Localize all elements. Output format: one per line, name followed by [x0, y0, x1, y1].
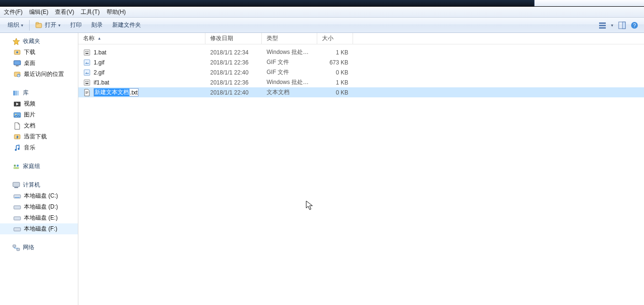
file-size: 1 KB: [317, 79, 353, 86]
txt-file-icon: [83, 89, 91, 96]
pictures-icon: [13, 111, 21, 119]
drive-icon: [13, 214, 21, 222]
file-type: GIF 文件: [262, 68, 317, 76]
file-name: 1.bat: [94, 49, 107, 56]
sidebar-group-favorites: 收藏夹 下载 桌面 最近访问的位置: [0, 36, 78, 80]
file-row[interactable]: 2.gif 2018/1/1 22:40 GIF 文件 0 KB: [78, 67, 644, 77]
music-icon: [13, 144, 21, 152]
file-row[interactable]: 1.bat 2018/1/1 22:34 Windows 批处理... 1 KB: [78, 47, 644, 57]
sidebar-head-homegroup[interactable]: 家庭组: [0, 161, 78, 172]
svg-rect-41: [84, 60, 90, 65]
open-button[interactable]: 打开▾: [31, 20, 65, 31]
sidebar-group-computer: 计算机 本地磁盘 (C:) 本地磁盘 (D:) 本地磁盘 (E:) 本地磁盘 (…: [0, 179, 78, 234]
sidebar-item-recent[interactable]: 最近访问的位置: [0, 69, 78, 80]
file-type: GIF 文件: [262, 58, 317, 66]
svg-rect-15: [13, 91, 15, 95]
sidebar-item-drive-d[interactable]: 本地磁盘 (D:): [0, 201, 78, 212]
file-size: 1 KB: [317, 49, 353, 56]
file-row[interactable]: 新建文本文档.txt 2018/1/1 22:40 文本文档 0 KB: [78, 87, 644, 97]
sidebar-item-downloads[interactable]: 下载: [0, 47, 78, 58]
sidebar-head-network[interactable]: 网络: [0, 242, 78, 253]
svg-rect-2: [599, 22, 606, 24]
sidebar-item-drive-e[interactable]: 本地磁盘 (E:): [0, 212, 78, 223]
column-size[interactable]: 大小: [317, 33, 353, 44]
sidebar: 收藏夹 下载 桌面 最近访问的位置 库 视频: [0, 33, 78, 305]
sidebar-head-computer[interactable]: 计算机: [0, 179, 78, 190]
svg-rect-34: [14, 228, 21, 231]
sidebar-item-drive-c[interactable]: 本地磁盘 (C:): [0, 190, 78, 201]
file-type: Windows 批处理...: [262, 78, 317, 86]
sidebar-group-homegroup: 家庭组: [0, 161, 78, 172]
burn-button[interactable]: 刻录: [86, 20, 107, 31]
file-size: 0 KB: [317, 89, 353, 96]
help-button[interactable]: ?: [631, 21, 638, 29]
address-bar[interactable]: [0, 0, 644, 7]
rename-selected-text: 新建文本文档: [94, 88, 129, 96]
svg-point-26: [17, 164, 19, 166]
file-name: 1.gif: [94, 59, 105, 66]
drive-icon: [13, 192, 21, 200]
gif-file-icon: [83, 59, 91, 66]
print-button[interactable]: 打印: [65, 20, 86, 31]
rename-input[interactable]: 新建文本文档.txt: [94, 88, 139, 96]
new-folder-button[interactable]: 新建文件夹: [107, 20, 146, 31]
toolbar: 组织▾ 打开▾ 打印 刻录 新建文件夹 ▾ ?: [0, 18, 644, 33]
file-date: 2018/1/1 22:40: [205, 89, 262, 96]
file-type: Windows 批处理...: [262, 48, 317, 56]
svg-rect-4: [599, 27, 606, 29]
svg-point-23: [15, 149, 17, 151]
file-date: 2018/1/1 22:36: [205, 59, 262, 66]
file-type: 文本文档: [262, 88, 317, 96]
sidebar-item-desktop[interactable]: 桌面: [0, 58, 78, 69]
sidebar-item-documents[interactable]: 文档: [0, 120, 78, 131]
column-date[interactable]: 修改日期: [205, 33, 262, 44]
gif-file-icon: [83, 69, 91, 76]
menu-edit[interactable]: 编辑(E): [29, 8, 48, 16]
sidebar-group-libraries: 库 视频 图片 文档 迅雷下载 音乐: [0, 87, 78, 153]
svg-rect-32: [14, 206, 21, 209]
sidebar-head-favorites[interactable]: 收藏夹: [0, 36, 78, 47]
file-row[interactable]: 1.gif 2018/1/1 22:36 GIF 文件 673 KB: [78, 57, 644, 67]
menu-view[interactable]: 查看(V): [55, 8, 74, 16]
mouse-cursor-icon: [306, 200, 313, 213]
homegroup-icon: [12, 163, 20, 170]
svg-point-47: [87, 81, 88, 82]
file-list[interactable]: 1.bat 2018/1/1 22:34 Windows 批处理... 1 KB…: [78, 44, 644, 305]
sidebar-item-pictures[interactable]: 图片: [0, 109, 78, 120]
bat-file-icon: [83, 79, 91, 86]
sidebar-item-drive-f[interactable]: 本地磁盘 (F:): [0, 223, 78, 234]
video-icon: [13, 100, 21, 108]
network-icon: [12, 244, 20, 252]
menu-help[interactable]: 帮助(H): [107, 8, 126, 16]
column-type[interactable]: 类型: [262, 33, 317, 44]
search-input[interactable]: [534, 0, 644, 6]
svg-rect-43: [84, 70, 90, 75]
file-row[interactable]: if1.bat 2018/1/1 22:36 Windows 批处理... 1 …: [78, 77, 644, 87]
menu-tools[interactable]: 工具(T): [81, 8, 99, 16]
svg-text:?: ?: [633, 22, 636, 28]
open-icon: [35, 21, 43, 29]
sidebar-item-music[interactable]: 音乐: [0, 142, 78, 153]
column-name[interactable]: 名称▲: [78, 33, 205, 44]
svg-point-24: [18, 148, 20, 150]
menu-file[interactable]: 文件(F): [4, 8, 22, 16]
svg-rect-45: [84, 80, 90, 85]
document-icon: [13, 122, 21, 130]
svg-marker-9: [13, 38, 20, 45]
libraries-icon: [12, 89, 20, 97]
separator: [29, 20, 30, 31]
preview-pane-button[interactable]: [618, 21, 626, 29]
svg-rect-3: [599, 25, 606, 26]
sort-asc-icon: ▲: [97, 36, 101, 41]
file-date: 2018/1/1 22:34: [205, 49, 262, 56]
sidebar-item-thunder[interactable]: 迅雷下载: [0, 131, 78, 142]
sidebar-item-videos[interactable]: 视频: [0, 98, 78, 109]
star-icon: [12, 38, 20, 45]
chevron-down-icon: ▾: [21, 23, 23, 28]
svg-rect-1: [36, 22, 39, 24]
svg-rect-48: [86, 83, 88, 84]
sidebar-head-libraries[interactable]: 库: [0, 87, 78, 98]
view-options-button[interactable]: [599, 21, 606, 29]
recent-icon: [13, 71, 21, 78]
organize-button[interactable]: 组织▾: [3, 20, 28, 31]
